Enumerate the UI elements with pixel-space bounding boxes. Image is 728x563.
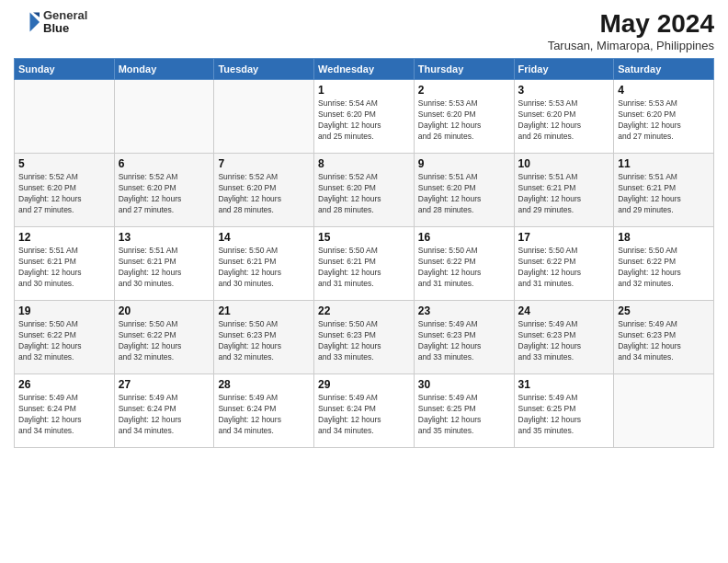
day-number: 23 [418,304,510,317]
week-row-1: 1Sunrise: 5:54 AM Sunset: 6:20 PM Daylig… [15,80,714,154]
calendar-table: SundayMondayTuesdayWednesdayThursdayFrid… [14,58,714,448]
header-cell-tuesday: Tuesday [214,59,314,80]
day-cell [614,374,714,448]
day-info: Sunrise: 5:51 AM Sunset: 6:20 PM Dayligh… [418,172,510,216]
subtitle: Tarusan, Mimaropa, Philippines [548,39,714,52]
day-info: Sunrise: 5:52 AM Sunset: 6:20 PM Dayligh… [218,172,310,216]
day-number: 22 [318,304,410,317]
day-number: 20 [119,304,210,317]
header-cell-friday: Friday [514,59,614,80]
day-cell: 5Sunrise: 5:52 AM Sunset: 6:20 PM Daylig… [15,154,115,227]
day-cell: 15Sunrise: 5:50 AM Sunset: 6:21 PM Dayli… [314,227,415,301]
day-number: 3 [518,84,610,97]
day-cell: 17Sunrise: 5:50 AM Sunset: 6:22 PM Dayli… [514,227,614,301]
day-number: 5 [18,157,110,170]
day-cell: 8Sunrise: 5:52 AM Sunset: 6:20 PM Daylig… [314,154,415,227]
logo-text: General Blue [43,9,87,36]
day-info: Sunrise: 5:51 AM Sunset: 6:21 PM Dayligh… [618,172,710,216]
day-info: Sunrise: 5:49 AM Sunset: 6:24 PM Dayligh… [18,393,110,437]
day-info: Sunrise: 5:49 AM Sunset: 6:25 PM Dayligh… [418,393,510,437]
day-number: 10 [518,157,610,170]
day-number: 15 [318,231,410,244]
day-info: Sunrise: 5:51 AM Sunset: 6:21 PM Dayligh… [518,172,610,216]
day-cell: 12Sunrise: 5:51 AM Sunset: 6:21 PM Dayli… [15,227,115,301]
day-info: Sunrise: 5:49 AM Sunset: 6:24 PM Dayligh… [119,393,210,437]
day-number: 31 [518,378,610,391]
day-cell: 24Sunrise: 5:49 AM Sunset: 6:23 PM Dayli… [514,301,614,374]
day-cell: 2Sunrise: 5:53 AM Sunset: 6:20 PM Daylig… [414,80,514,154]
day-number: 27 [119,378,210,391]
day-cell [15,80,115,154]
day-cell: 11Sunrise: 5:51 AM Sunset: 6:21 PM Dayli… [614,154,714,227]
day-number: 2 [418,84,510,97]
day-cell: 26Sunrise: 5:49 AM Sunset: 6:24 PM Dayli… [15,374,115,448]
day-number: 16 [418,231,510,244]
day-number: 17 [518,231,610,244]
main-title: May 2024 [548,9,714,39]
day-number: 24 [518,304,610,317]
day-number: 19 [18,304,110,317]
day-info: Sunrise: 5:53 AM Sunset: 6:20 PM Dayligh… [518,98,610,143]
header: General Blue May 2024 Tarusan, Mimaropa,… [14,9,714,52]
svg-marker-1 [33,13,40,17]
day-number: 21 [218,304,310,317]
day-info: Sunrise: 5:50 AM Sunset: 6:23 PM Dayligh… [318,319,410,363]
header-cell-sunday: Sunday [15,59,115,80]
week-row-2: 5Sunrise: 5:52 AM Sunset: 6:20 PM Daylig… [15,154,714,227]
day-info: Sunrise: 5:49 AM Sunset: 6:23 PM Dayligh… [618,319,710,363]
day-cell: 10Sunrise: 5:51 AM Sunset: 6:21 PM Dayli… [514,154,614,227]
page: General Blue May 2024 Tarusan, Mimaropa,… [0,0,728,563]
day-info: Sunrise: 5:50 AM Sunset: 6:21 PM Dayligh… [318,246,410,290]
day-info: Sunrise: 5:50 AM Sunset: 6:22 PM Dayligh… [18,319,110,363]
day-cell: 9Sunrise: 5:51 AM Sunset: 6:20 PM Daylig… [414,154,514,227]
logo-line2: Blue [43,22,87,35]
day-info: Sunrise: 5:53 AM Sunset: 6:20 PM Dayligh… [618,98,710,143]
day-number: 7 [218,157,310,170]
day-info: Sunrise: 5:50 AM Sunset: 6:22 PM Dayligh… [119,319,210,363]
day-info: Sunrise: 5:49 AM Sunset: 6:24 PM Dayligh… [318,393,410,437]
day-cell: 19Sunrise: 5:50 AM Sunset: 6:22 PM Dayli… [15,301,115,374]
day-info: Sunrise: 5:50 AM Sunset: 6:22 PM Dayligh… [418,246,510,290]
day-cell: 21Sunrise: 5:50 AM Sunset: 6:23 PM Dayli… [214,301,314,374]
header-cell-saturday: Saturday [614,59,714,80]
day-number: 29 [318,378,410,391]
day-cell: 6Sunrise: 5:52 AM Sunset: 6:20 PM Daylig… [114,154,214,227]
week-row-5: 26Sunrise: 5:49 AM Sunset: 6:24 PM Dayli… [15,374,714,448]
day-info: Sunrise: 5:52 AM Sunset: 6:20 PM Dayligh… [18,172,110,216]
day-number: 1 [318,84,410,97]
day-cell: 16Sunrise: 5:50 AM Sunset: 6:22 PM Dayli… [414,227,514,301]
day-cell: 18Sunrise: 5:50 AM Sunset: 6:22 PM Dayli… [614,227,714,301]
day-info: Sunrise: 5:49 AM Sunset: 6:24 PM Dayligh… [218,393,310,437]
day-cell: 22Sunrise: 5:50 AM Sunset: 6:23 PM Dayli… [314,301,415,374]
day-number: 25 [618,304,710,317]
header-cell-thursday: Thursday [414,59,514,80]
day-info: Sunrise: 5:49 AM Sunset: 6:23 PM Dayligh… [418,319,510,363]
day-number: 12 [18,231,110,244]
day-cell: 30Sunrise: 5:49 AM Sunset: 6:25 PM Dayli… [414,374,514,448]
day-cell: 4Sunrise: 5:53 AM Sunset: 6:20 PM Daylig… [614,80,714,154]
day-cell: 14Sunrise: 5:50 AM Sunset: 6:21 PM Dayli… [214,227,314,301]
logo-icon [14,9,40,35]
day-info: Sunrise: 5:50 AM Sunset: 6:23 PM Dayligh… [218,319,310,363]
day-cell: 1Sunrise: 5:54 AM Sunset: 6:20 PM Daylig… [314,80,415,154]
day-cell: 31Sunrise: 5:49 AM Sunset: 6:25 PM Dayli… [514,374,614,448]
day-info: Sunrise: 5:50 AM Sunset: 6:22 PM Dayligh… [518,246,610,290]
logo: General Blue [14,9,87,36]
day-cell: 20Sunrise: 5:50 AM Sunset: 6:22 PM Dayli… [114,301,214,374]
day-info: Sunrise: 5:54 AM Sunset: 6:20 PM Dayligh… [318,98,410,143]
day-cell [114,80,214,154]
day-cell: 25Sunrise: 5:49 AM Sunset: 6:23 PM Dayli… [614,301,714,374]
day-cell: 3Sunrise: 5:53 AM Sunset: 6:20 PM Daylig… [514,80,614,154]
day-info: Sunrise: 5:50 AM Sunset: 6:21 PM Dayligh… [218,246,310,290]
day-info: Sunrise: 5:51 AM Sunset: 6:21 PM Dayligh… [119,246,210,290]
day-number: 8 [318,157,410,170]
day-number: 26 [18,378,110,391]
header-cell-wednesday: Wednesday [314,59,415,80]
day-cell: 29Sunrise: 5:49 AM Sunset: 6:24 PM Dayli… [314,374,415,448]
day-info: Sunrise: 5:52 AM Sunset: 6:20 PM Dayligh… [119,172,210,216]
logo-line1: General [43,9,87,22]
header-cell-monday: Monday [114,59,214,80]
day-number: 30 [418,378,510,391]
day-cell: 28Sunrise: 5:49 AM Sunset: 6:24 PM Dayli… [214,374,314,448]
header-row: SundayMondayTuesdayWednesdayThursdayFrid… [15,59,714,80]
